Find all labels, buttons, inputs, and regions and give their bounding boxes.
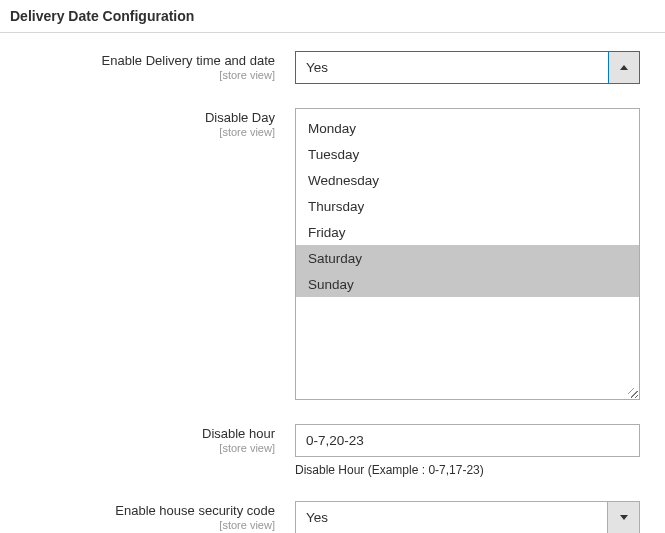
scope-label: [store view]: [10, 68, 275, 83]
multiselect-option[interactable]: Saturday: [296, 245, 639, 271]
field-enable-security: Enable house security code [store view] …: [10, 501, 655, 533]
label-col: Disable Day [store view]: [10, 108, 295, 140]
scope-label: [store view]: [10, 441, 275, 456]
select-value: Yes: [296, 60, 609, 75]
control-col: Disable Hour (Example : 0-7,17-23): [295, 424, 640, 477]
control-col: MondayTuesdayWednesdayThursdayFridaySatu…: [295, 108, 640, 400]
enable-security-select[interactable]: Yes: [295, 501, 640, 533]
multiselect-option[interactable]: Sunday: [296, 271, 639, 297]
control-col: Yes: [295, 51, 640, 84]
select-value: Yes: [296, 510, 607, 525]
field-enable-delivery: Enable Delivery time and date [store vie…: [10, 51, 655, 84]
scope-label: [store view]: [10, 125, 275, 140]
label-col: Enable house security code [store view]: [10, 501, 295, 533]
label-col: Enable Delivery time and date [store vie…: [10, 51, 295, 83]
form-container: Enable Delivery time and date [store vie…: [0, 33, 665, 533]
field-label: Enable Delivery time and date: [102, 53, 275, 68]
multiselect-option[interactable]: Monday: [296, 115, 639, 141]
field-label: Disable hour: [202, 426, 275, 441]
multiselect-option[interactable]: Thursday: [296, 193, 639, 219]
control-col: Yes: [295, 501, 640, 533]
disable-hour-input[interactable]: [295, 424, 640, 457]
scope-label: [store view]: [10, 518, 275, 533]
label-col: Disable hour [store view]: [10, 424, 295, 456]
field-disable-hour: Disable hour [store view] Disable Hour (…: [10, 424, 655, 477]
field-note: Disable Hour (Example : 0-7,17-23): [295, 457, 640, 477]
multiselect-option[interactable]: Wednesday: [296, 167, 639, 193]
field-disable-day: Disable Day [store view] MondayTuesdayWe…: [10, 108, 655, 400]
enable-delivery-select[interactable]: Yes: [295, 51, 640, 84]
multiselect-option[interactable]: Tuesday: [296, 141, 639, 167]
chevron-up-icon: [608, 51, 640, 84]
disable-day-multiselect[interactable]: MondayTuesdayWednesdayThursdayFridaySatu…: [295, 108, 640, 400]
multiselect-option[interactable]: Friday: [296, 219, 639, 245]
field-label: Disable Day: [205, 110, 275, 125]
field-label: Enable house security code: [115, 503, 275, 518]
section-title: Delivery Date Configuration: [0, 0, 665, 33]
chevron-down-icon: [607, 502, 639, 533]
